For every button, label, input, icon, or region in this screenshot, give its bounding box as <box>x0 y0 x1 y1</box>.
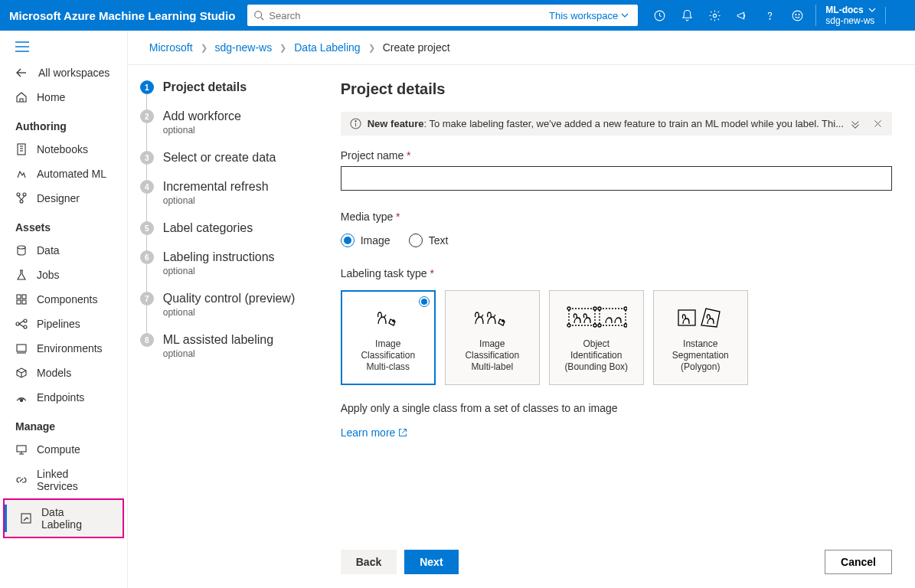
project-name-input[interactable] <box>341 166 892 191</box>
multilabel-icon <box>471 303 514 331</box>
svg-line-30 <box>19 324 24 327</box>
svg-point-53 <box>598 324 601 327</box>
info-icon <box>350 118 361 129</box>
step-4[interactable]: 4Incremental refreshoptional <box>140 180 325 221</box>
task-description: Apply only a single class from a set of … <box>341 402 892 414</box>
highlight-annotation: Data Labeling <box>3 498 124 538</box>
project-name-label: Project name * <box>341 149 892 162</box>
notebook-icon <box>15 143 28 155</box>
polygon-icon <box>674 303 727 331</box>
pipeline-icon <box>15 318 28 330</box>
arrow-left-icon <box>15 67 28 79</box>
step-8[interactable]: 8ML assisted labelingoptional <box>140 333 325 374</box>
sidebar-section-authoring: Authoring <box>0 109 127 137</box>
chevron-right-icon: ❯ <box>279 43 286 53</box>
home-icon <box>15 91 28 103</box>
top-header: Microsoft Azure Machine Learning Studio … <box>0 0 915 31</box>
media-type-image[interactable]: Image <box>341 234 391 247</box>
svg-point-52 <box>624 307 627 310</box>
clock-icon[interactable] <box>647 3 672 28</box>
search-box[interactable]: This workspace <box>247 5 638 26</box>
chevron-down-icon <box>868 6 876 14</box>
next-button[interactable]: Next <box>404 550 458 574</box>
cancel-button[interactable]: Cancel <box>825 550 892 574</box>
smiley-icon[interactable] <box>785 3 809 28</box>
crumb-microsoft[interactable]: Microsoft <box>149 41 193 54</box>
task-card-multiclass[interactable]: ImageClassificationMulti-class <box>341 290 436 385</box>
task-card-multilabel[interactable]: ImageClassificationMulti-label <box>445 290 540 385</box>
link-icon <box>15 474 28 486</box>
components-icon <box>15 293 28 305</box>
bell-icon[interactable] <box>675 3 699 28</box>
megaphone-icon[interactable] <box>730 3 754 28</box>
cube-icon <box>15 367 28 379</box>
panel-title: Project details <box>341 80 892 98</box>
svg-point-17 <box>23 193 26 196</box>
sidebar-components[interactable]: Components <box>0 287 127 312</box>
sidebar-environments[interactable]: Environments <box>0 336 127 361</box>
crumb-workspace[interactable]: sdg-new-ws <box>215 41 273 54</box>
svg-point-5 <box>792 11 802 21</box>
sidebar-data-labeling[interactable]: Data Labeling <box>5 500 123 537</box>
task-type-cards: ImageClassificationMulti-class ImageClas… <box>341 290 892 385</box>
data-icon <box>15 244 28 256</box>
bbox-icon <box>566 303 627 331</box>
gear-icon[interactable] <box>702 3 727 28</box>
header-icons <box>647 3 809 28</box>
search-input[interactable] <box>269 10 549 21</box>
svg-point-33 <box>21 400 23 402</box>
chevron-down-icon <box>621 11 629 19</box>
svg-rect-45 <box>569 309 595 325</box>
sidebar-linked-services[interactable]: Linked Services <box>0 462 127 498</box>
svg-rect-24 <box>17 300 21 304</box>
label-icon <box>20 512 32 524</box>
sidebar-jobs[interactable]: Jobs <box>0 263 127 287</box>
chevron-right-icon: ❯ <box>368 43 375 53</box>
svg-rect-22 <box>17 295 21 299</box>
sidebar-all-workspaces[interactable]: All workspaces <box>0 60 127 85</box>
sidebar-data[interactable]: Data <box>0 238 127 263</box>
sidebar-models[interactable]: Models <box>0 361 127 385</box>
help-icon[interactable] <box>757 3 782 28</box>
media-type-group: Image Text <box>341 234 892 247</box>
external-link-icon <box>398 428 407 437</box>
svg-line-1 <box>261 18 264 21</box>
step-3[interactable]: 3Select or create data <box>140 151 325 180</box>
svg-point-28 <box>24 325 27 328</box>
svg-rect-50 <box>600 309 626 325</box>
svg-point-18 <box>20 200 23 203</box>
sidebar-endpoints[interactable]: Endpoints <box>0 385 127 410</box>
step-6[interactable]: 6Labeling instructionsoptional <box>140 250 325 292</box>
hamburger-icon[interactable] <box>0 35 127 60</box>
sidebar-designer[interactable]: Designer <box>0 186 127 211</box>
media-type-text[interactable]: Text <box>409 234 449 247</box>
learn-more-link[interactable]: Learn more <box>341 426 892 439</box>
multiclass-icon <box>371 303 406 331</box>
step-5[interactable]: 5Label categories <box>140 221 325 250</box>
account-switcher[interactable]: ML-docs sdg-new-ws <box>815 5 875 26</box>
close-icon[interactable] <box>873 119 883 129</box>
svg-point-4 <box>770 18 770 19</box>
endpoint-icon <box>15 391 28 403</box>
svg-point-7 <box>799 14 799 15</box>
content: Microsoft ❯ sdg-new-ws ❯ Data Labeling ❯… <box>128 31 915 588</box>
svg-point-54 <box>624 324 627 327</box>
step-1[interactable]: 1Project details <box>140 80 325 109</box>
sidebar-automl[interactable]: Automated ML <box>0 162 127 186</box>
crumb-data-labeling[interactable]: Data Labeling <box>294 41 360 54</box>
svg-rect-12 <box>18 144 25 155</box>
step-7[interactable]: 7Quality control (preview)optional <box>140 292 325 333</box>
svg-point-43 <box>393 319 394 321</box>
search-scope[interactable]: This workspace <box>549 10 629 21</box>
sidebar-notebooks[interactable]: Notebooks <box>0 137 127 162</box>
sidebar-home[interactable]: Home <box>0 85 127 109</box>
task-card-polygon[interactable]: InstanceSegmentation(Polygon) <box>653 290 748 385</box>
svg-point-3 <box>713 14 716 17</box>
chevrons-down-icon[interactable] <box>850 119 861 129</box>
sidebar-compute[interactable]: Compute <box>0 437 127 462</box>
back-button[interactable]: Back <box>341 550 397 574</box>
sidebar-pipelines[interactable]: Pipelines <box>0 312 127 336</box>
info-banner: New feature: To make labeling faster, we… <box>341 112 892 136</box>
step-2[interactable]: 2Add workforceoptional <box>140 109 325 151</box>
task-card-bounding-box[interactable]: ObjectIdentification(Bounding Box) <box>549 290 644 385</box>
